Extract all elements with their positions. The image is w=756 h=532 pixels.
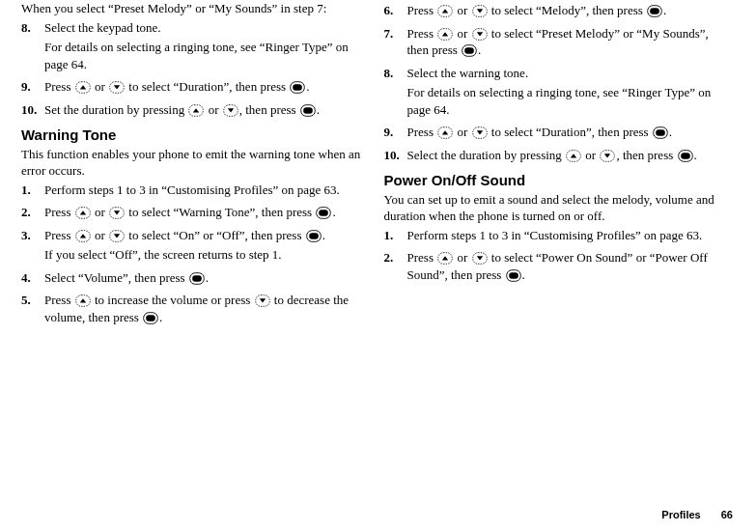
nav-center-icon bbox=[290, 81, 305, 94]
step-body: Select the duration by pressing or , the… bbox=[407, 148, 697, 162]
nav-down-icon bbox=[109, 81, 125, 94]
nav-down-icon bbox=[109, 230, 125, 242]
step-item: 3.Press or to select “On” or “Off”, then… bbox=[21, 227, 369, 264]
nav-up-icon bbox=[437, 126, 453, 139]
step-body: Perform steps 1 to 3 in “Customising Pro… bbox=[407, 228, 703, 242]
nav-down-icon bbox=[472, 252, 488, 265]
step-item: 5.Press to increase the volume or press … bbox=[21, 292, 369, 325]
step-body: Press or to select “On” or “Off”, then p… bbox=[44, 228, 325, 242]
step-item: 1.Perform steps 1 to 3 in “Customising P… bbox=[384, 227, 732, 244]
steps-list-warning: 1.Perform steps 1 to 3 in “Customising P… bbox=[21, 182, 369, 326]
nav-center-icon bbox=[189, 272, 205, 285]
svg-rect-29 bbox=[464, 47, 474, 54]
step-item: 1.Perform steps 1 to 3 in “Customising P… bbox=[21, 182, 369, 199]
nav-center-icon bbox=[316, 207, 331, 219]
svg-rect-11 bbox=[320, 210, 329, 216]
step-number: 8. bbox=[21, 19, 42, 37]
nav-up-icon bbox=[566, 150, 581, 162]
step-number: 4. bbox=[21, 269, 42, 287]
step-number: 7. bbox=[384, 25, 406, 42]
nav-up-icon bbox=[188, 104, 204, 117]
step-item: 6.Press or to select “Melody”, then pres… bbox=[384, 2, 732, 19]
nav-center-icon bbox=[306, 230, 322, 242]
svg-rect-33 bbox=[656, 129, 665, 136]
svg-rect-15 bbox=[309, 233, 319, 239]
footer-section: Profiles bbox=[661, 509, 700, 520]
step-body: Press to increase the volume or press to… bbox=[44, 293, 349, 324]
step-item: 9.Press or to select “Duration”, then pr… bbox=[384, 124, 732, 141]
nav-down-icon bbox=[223, 104, 238, 117]
nav-up-icon bbox=[437, 5, 453, 17]
svg-rect-37 bbox=[681, 153, 690, 159]
svg-rect-17 bbox=[192, 275, 202, 282]
nav-up-icon bbox=[75, 81, 91, 94]
step-item: 10.Set the duration by pressing or , the… bbox=[21, 101, 369, 119]
step-body: Set the duration by pressing or , then p… bbox=[44, 102, 320, 117]
step-item: 2.Press or to select “Power On Sound” or… bbox=[384, 249, 732, 283]
svg-rect-25 bbox=[650, 8, 659, 14]
step-item: 4.Select “Volume”, then press . bbox=[21, 269, 369, 287]
step-body: Select “Volume”, then press . bbox=[44, 270, 209, 285]
step-number: 3. bbox=[21, 227, 42, 244]
steps-list-power: 1.Perform steps 1 to 3 in “Customising P… bbox=[384, 227, 732, 284]
step-body: Press or to select “Melody”, then press … bbox=[407, 3, 667, 17]
step-body: Press or to select “Duration”, then pres… bbox=[44, 79, 310, 94]
steps-list-warning-cont: 6.Press or to select “Melody”, then pres… bbox=[384, 2, 732, 163]
nav-down-icon bbox=[472, 126, 488, 139]
step-body: Press or to select “Preset Melody” or “M… bbox=[407, 26, 709, 58]
nav-up-icon bbox=[75, 294, 91, 307]
svg-rect-21 bbox=[146, 315, 155, 322]
step-item: 8.Select the keypad tone.For details on … bbox=[21, 19, 369, 73]
step-body: Press or to select “Duration”, then pres… bbox=[407, 125, 673, 139]
nav-down-icon bbox=[109, 207, 125, 219]
step-number: 2. bbox=[384, 249, 406, 266]
step-body: Perform steps 1 to 3 in “Customising Pro… bbox=[44, 182, 340, 197]
step-number: 9. bbox=[21, 78, 42, 96]
step-item: 7.Press or to select “Preset Melody” or … bbox=[384, 25, 732, 59]
nav-down-icon bbox=[472, 28, 488, 41]
step-body: Press or to select “Power On Sound” or “… bbox=[407, 250, 708, 282]
footer-page-number: 66 bbox=[721, 509, 733, 520]
nav-up-icon bbox=[437, 28, 453, 41]
nav-center-icon bbox=[143, 312, 158, 324]
step-number: 2. bbox=[21, 204, 42, 221]
step-body: Select the warning tone. bbox=[407, 66, 529, 80]
step-number: 10. bbox=[384, 147, 406, 164]
step-item: 10.Select the duration by pressing or , … bbox=[384, 147, 732, 164]
step-number: 6. bbox=[384, 2, 406, 19]
heading-power-sound: Power On/Off Sound bbox=[384, 171, 732, 190]
step-item: 2.Press or to select “Warning Tone”, the… bbox=[21, 204, 369, 221]
step-number: 9. bbox=[384, 124, 406, 141]
step-subtext: For details on selecting a ringing tone,… bbox=[44, 39, 369, 72]
nav-center-icon bbox=[678, 150, 693, 162]
svg-rect-7 bbox=[303, 107, 313, 114]
nav-center-icon bbox=[653, 126, 668, 139]
step-number: 1. bbox=[21, 182, 42, 199]
heading-warning-tone: Warning Tone bbox=[21, 126, 369, 145]
nav-center-icon bbox=[647, 5, 662, 17]
left-column: When you select “Preset Melody” or “My S… bbox=[14, 0, 377, 492]
nav-down-icon bbox=[255, 294, 270, 307]
step-number: 5. bbox=[21, 292, 42, 309]
nav-up-icon bbox=[75, 207, 91, 219]
nav-down-icon bbox=[472, 5, 488, 17]
step-subtext: If you select “Off”, the screen returns … bbox=[44, 246, 369, 264]
preface-text: When you select “Preset Melody” or “My S… bbox=[21, 0, 369, 17]
step-subtext: For details on selecting a ringing tone,… bbox=[407, 84, 732, 118]
nav-center-icon bbox=[300, 104, 316, 117]
step-item: 9.Press or to select “Duration”, then pr… bbox=[21, 78, 369, 96]
step-body: Select the keypad tone. bbox=[44, 20, 161, 35]
steps-list-keypad: 8.Select the keypad tone.For details on … bbox=[21, 19, 369, 119]
step-number: 10. bbox=[21, 101, 42, 119]
nav-center-icon bbox=[462, 44, 477, 57]
nav-down-icon bbox=[600, 150, 615, 162]
step-number: 8. bbox=[384, 65, 406, 82]
intro-power-sound: You can set up to emit a sound and selec… bbox=[384, 191, 732, 225]
page-footer: Profiles 66 bbox=[661, 508, 733, 522]
nav-up-icon bbox=[437, 252, 453, 265]
svg-rect-3 bbox=[294, 84, 303, 91]
nav-up-icon bbox=[75, 230, 91, 242]
step-number: 1. bbox=[384, 227, 406, 244]
page-body: When you select “Preset Melody” or “My S… bbox=[0, 0, 756, 492]
svg-rect-41 bbox=[509, 272, 518, 279]
